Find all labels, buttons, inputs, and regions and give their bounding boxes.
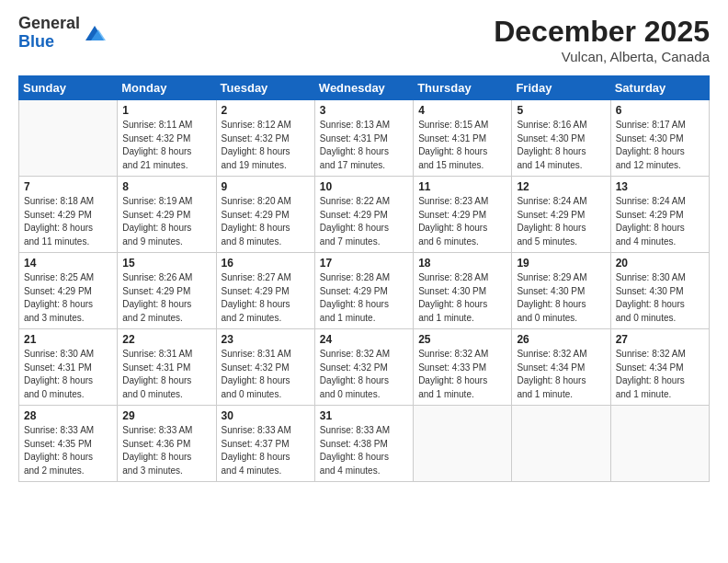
day-info: Sunrise: 8:26 AMSunset: 4:29 PMDaylight:… (122, 271, 210, 325)
day-header-saturday: Saturday (610, 76, 709, 100)
day-cell-16: 16Sunrise: 8:27 AMSunset: 4:29 PMDayligh… (216, 253, 314, 329)
day-number: 24 (320, 333, 408, 346)
day-cell-3: 3Sunrise: 8:13 AMSunset: 4:31 PMDaylight… (314, 100, 413, 177)
day-cell-9: 9Sunrise: 8:20 AMSunset: 4:29 PMDaylight… (216, 177, 314, 253)
day-number: 20 (616, 257, 704, 270)
week-row-2: 7Sunrise: 8:18 AMSunset: 4:29 PMDaylight… (19, 177, 710, 253)
days-header-row: SundayMondayTuesdayWednesdayThursdayFrid… (19, 76, 710, 100)
day-info: Sunrise: 8:28 AMSunset: 4:29 PMDaylight:… (320, 271, 408, 325)
day-header-tuesday: Tuesday (216, 76, 314, 100)
calendar-table: SundayMondayTuesdayWednesdayThursdayFrid… (18, 75, 710, 482)
day-cell-14: 14Sunrise: 8:25 AMSunset: 4:29 PMDayligh… (19, 253, 118, 329)
day-number: 26 (517, 333, 605, 346)
day-cell-1: 1Sunrise: 8:11 AMSunset: 4:32 PMDaylight… (118, 100, 216, 177)
day-number: 29 (122, 409, 210, 422)
day-header-monday: Monday (118, 76, 216, 100)
day-cell-20: 20Sunrise: 8:30 AMSunset: 4:30 PMDayligh… (610, 253, 709, 329)
day-cell-23: 23Sunrise: 8:31 AMSunset: 4:32 PMDayligh… (216, 329, 314, 406)
empty-cell (19, 100, 118, 177)
day-info: Sunrise: 8:15 AMSunset: 4:31 PMDaylight:… (418, 119, 506, 172)
day-number: 22 (122, 333, 210, 346)
day-cell-27: 27Sunrise: 8:32 AMSunset: 4:34 PMDayligh… (610, 329, 709, 406)
day-number: 7 (24, 180, 112, 193)
day-number: 6 (616, 104, 704, 117)
day-cell-6: 6Sunrise: 8:17 AMSunset: 4:30 PMDaylight… (610, 100, 709, 177)
empty-cell (512, 406, 610, 482)
day-info: Sunrise: 8:19 AMSunset: 4:29 PMDaylight:… (122, 195, 210, 248)
day-cell-12: 12Sunrise: 8:24 AMSunset: 4:29 PMDayligh… (512, 177, 610, 253)
day-header-wednesday: Wednesday (314, 76, 413, 100)
day-info: Sunrise: 8:27 AMSunset: 4:29 PMDaylight:… (222, 271, 310, 325)
day-cell-21: 21Sunrise: 8:30 AMSunset: 4:31 PMDayligh… (19, 329, 118, 406)
day-cell-29: 29Sunrise: 8:33 AMSunset: 4:36 PMDayligh… (118, 406, 216, 482)
empty-cell (414, 406, 512, 482)
day-info: Sunrise: 8:31 AMSunset: 4:32 PMDaylight:… (222, 348, 310, 401)
title-block: December 2025 Vulcan, Alberta, Canada (494, 15, 710, 64)
day-info: Sunrise: 8:25 AMSunset: 4:29 PMDaylight:… (24, 271, 112, 325)
day-cell-8: 8Sunrise: 8:19 AMSunset: 4:29 PMDaylight… (118, 177, 216, 253)
day-number: 14 (24, 257, 112, 270)
day-info: Sunrise: 8:18 AMSunset: 4:29 PMDaylight:… (24, 195, 112, 248)
day-cell-30: 30Sunrise: 8:33 AMSunset: 4:37 PMDayligh… (216, 406, 314, 482)
day-info: Sunrise: 8:30 AMSunset: 4:30 PMDaylight:… (616, 271, 704, 325)
day-number: 12 (517, 180, 605, 193)
day-info: Sunrise: 8:33 AMSunset: 4:35 PMDaylight:… (24, 424, 112, 477)
day-number: 11 (418, 180, 506, 193)
day-number: 19 (517, 257, 605, 270)
day-cell-11: 11Sunrise: 8:23 AMSunset: 4:29 PMDayligh… (414, 177, 512, 253)
day-number: 5 (517, 104, 605, 117)
day-number: 28 (24, 409, 112, 422)
day-number: 18 (418, 257, 506, 270)
day-number: 10 (320, 180, 408, 193)
logo: General Blue (18, 15, 108, 52)
day-cell-25: 25Sunrise: 8:32 AMSunset: 4:33 PMDayligh… (414, 329, 512, 406)
day-info: Sunrise: 8:24 AMSunset: 4:29 PMDaylight:… (616, 195, 704, 248)
day-cell-19: 19Sunrise: 8:29 AMSunset: 4:30 PMDayligh… (512, 253, 610, 329)
day-number: 15 (122, 257, 210, 270)
day-number: 17 (320, 257, 408, 270)
day-cell-7: 7Sunrise: 8:18 AMSunset: 4:29 PMDaylight… (19, 177, 118, 253)
day-number: 23 (222, 333, 310, 346)
day-info: Sunrise: 8:33 AMSunset: 4:36 PMDaylight:… (122, 424, 210, 477)
page-container: General Blue December 2025 Vulcan, Alber… (0, 0, 728, 491)
day-cell-10: 10Sunrise: 8:22 AMSunset: 4:29 PMDayligh… (314, 177, 413, 253)
day-info: Sunrise: 8:29 AMSunset: 4:30 PMDaylight:… (517, 271, 605, 325)
logo-icon (82, 20, 108, 46)
day-info: Sunrise: 8:11 AMSunset: 4:32 PMDaylight:… (122, 119, 210, 172)
week-row-4: 21Sunrise: 8:30 AMSunset: 4:31 PMDayligh… (19, 329, 710, 406)
day-cell-15: 15Sunrise: 8:26 AMSunset: 4:29 PMDayligh… (118, 253, 216, 329)
logo-general: General (18, 14, 80, 32)
day-header-friday: Friday (512, 76, 610, 100)
day-number: 2 (222, 104, 310, 117)
location: Vulcan, Alberta, Canada (494, 49, 710, 64)
day-info: Sunrise: 8:32 AMSunset: 4:32 PMDaylight:… (320, 348, 408, 401)
day-cell-2: 2Sunrise: 8:12 AMSunset: 4:32 PMDaylight… (216, 100, 314, 177)
day-info: Sunrise: 8:32 AMSunset: 4:33 PMDaylight:… (418, 348, 506, 401)
day-info: Sunrise: 8:31 AMSunset: 4:31 PMDaylight:… (122, 348, 210, 401)
day-number: 27 (616, 333, 704, 346)
day-info: Sunrise: 8:32 AMSunset: 4:34 PMDaylight:… (616, 348, 704, 401)
day-number: 13 (616, 180, 704, 193)
week-row-1: 1Sunrise: 8:11 AMSunset: 4:32 PMDaylight… (19, 100, 710, 177)
day-cell-13: 13Sunrise: 8:24 AMSunset: 4:29 PMDayligh… (610, 177, 709, 253)
day-cell-17: 17Sunrise: 8:28 AMSunset: 4:29 PMDayligh… (314, 253, 413, 329)
day-cell-18: 18Sunrise: 8:28 AMSunset: 4:30 PMDayligh… (414, 253, 512, 329)
day-cell-31: 31Sunrise: 8:33 AMSunset: 4:38 PMDayligh… (314, 406, 413, 482)
day-info: Sunrise: 8:28 AMSunset: 4:30 PMDaylight:… (418, 271, 506, 325)
month-title: December 2025 (494, 15, 710, 49)
day-number: 30 (222, 409, 310, 422)
day-number: 31 (320, 409, 408, 422)
day-number: 9 (222, 180, 310, 193)
day-cell-26: 26Sunrise: 8:32 AMSunset: 4:34 PMDayligh… (512, 329, 610, 406)
day-info: Sunrise: 8:32 AMSunset: 4:34 PMDaylight:… (517, 348, 605, 401)
day-number: 25 (418, 333, 506, 346)
week-row-3: 14Sunrise: 8:25 AMSunset: 4:29 PMDayligh… (19, 253, 710, 329)
day-cell-5: 5Sunrise: 8:16 AMSunset: 4:30 PMDaylight… (512, 100, 610, 177)
day-cell-24: 24Sunrise: 8:32 AMSunset: 4:32 PMDayligh… (314, 329, 413, 406)
day-info: Sunrise: 8:22 AMSunset: 4:29 PMDaylight:… (320, 195, 408, 248)
day-number: 1 (122, 104, 210, 117)
empty-cell (610, 406, 709, 482)
day-info: Sunrise: 8:23 AMSunset: 4:29 PMDaylight:… (418, 195, 506, 248)
day-info: Sunrise: 8:24 AMSunset: 4:29 PMDaylight:… (517, 195, 605, 248)
day-cell-28: 28Sunrise: 8:33 AMSunset: 4:35 PMDayligh… (19, 406, 118, 482)
